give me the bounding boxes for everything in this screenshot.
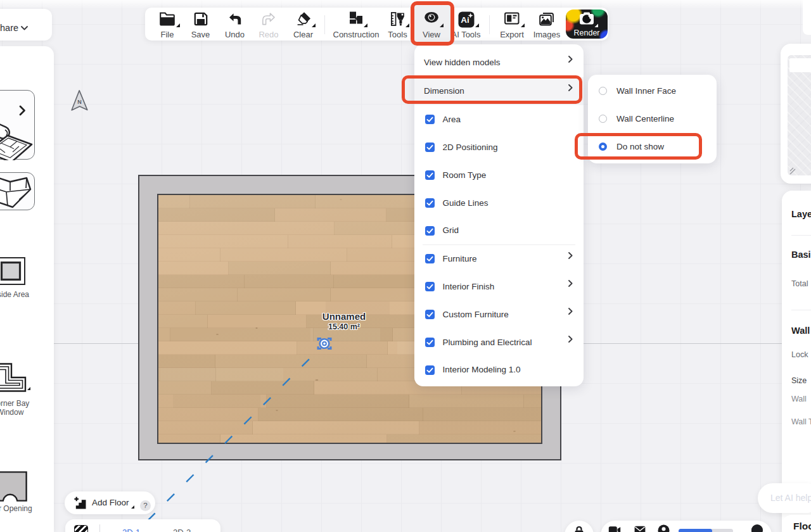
svg-text:Ai: Ai xyxy=(461,15,469,25)
svg-text:N: N xyxy=(77,99,82,105)
